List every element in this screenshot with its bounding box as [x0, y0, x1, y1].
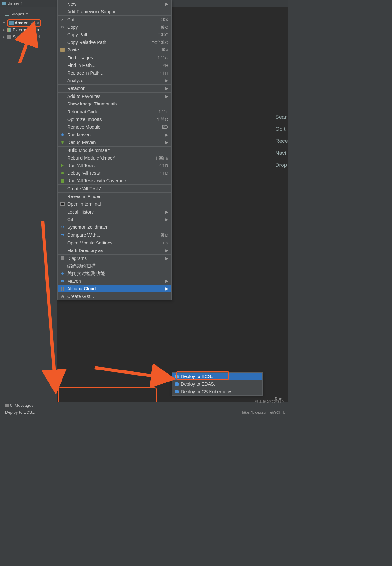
- block-icon: [60, 271, 65, 276]
- menu-item-compare-with[interactable]: Compare With...⌘D: [58, 231, 171, 239]
- menu-item-label: Maven: [67, 279, 163, 284]
- menu-item-new[interactable]: New▶: [58, 0, 171, 8]
- menu-item-refactor[interactable]: Refactor▶: [58, 85, 171, 92]
- bottom-toolbar[interactable]: 0: Messages Run: [0, 402, 288, 409]
- menu-item-label: Local History: [67, 209, 163, 214]
- menu-item-cut[interactable]: Cut⌘X: [58, 16, 171, 23]
- menu-item-run-all-tests[interactable]: Run 'All Tests'^⇧R: [58, 162, 171, 169]
- menu-item-label: Analyze: [67, 78, 163, 83]
- menu-item-alibaba-cloud[interactable]: Alibaba Cloud▶: [58, 285, 171, 292]
- menu-item-analyze[interactable]: Analyze▶: [58, 77, 171, 84]
- context-menu[interactable]: New▶Add Framework Support...Cut⌘XCopy⌘CC…: [57, 0, 172, 300]
- submenu-arrow-icon: ▶: [165, 256, 168, 261]
- menu-item-debug-maven[interactable]: Debug Maven▶: [58, 139, 171, 146]
- menu-item-label: Cut: [67, 17, 161, 22]
- highlighted-project: dmaer ~/wor: [7, 19, 41, 27]
- menu-item-find-in-path[interactable]: Find in Path...^H: [58, 62, 171, 69]
- menu-item-build-module-dmaer[interactable]: Build Module 'dmaer': [58, 147, 171, 154]
- submenu-arrow-icon: ▶: [165, 140, 168, 145]
- menu-item-mark-directory-as[interactable]: Mark Directory as▶: [58, 247, 171, 254]
- menu-item-replace-in-path[interactable]: Replace in Path...^⇧H: [58, 69, 171, 77]
- menu-item-copy-relative-path[interactable]: Copy Relative Path⌥⇧⌘C: [58, 39, 171, 46]
- menu-item-label: Replace in Path...: [67, 70, 159, 75]
- menu-item-label: Run 'All Tests' with Coverage: [67, 178, 168, 183]
- tree-root-name: dmaer: [15, 21, 28, 25]
- menu-item-copy[interactable]: Copy⌘C: [58, 23, 171, 31]
- menu-item-reveal-in-finder[interactable]: Reveal in Finder: [58, 193, 171, 200]
- menu-item-label: Add to Favorites: [67, 94, 163, 99]
- menu-shortcut: ⇧⌘G: [157, 55, 168, 60]
- submenu-item-deploy-to-edas[interactable]: Deploy to EDAS...: [172, 380, 262, 388]
- menu-item-create-gist[interactable]: Create Gist...: [58, 292, 171, 300]
- submenu-item-label: Deploy to CS Kubernetes...: [181, 389, 259, 394]
- menu-item-run-maven[interactable]: Run Maven▶: [58, 131, 171, 139]
- tree-root-path: ~/wor: [29, 21, 39, 25]
- submenu-arrow-icon: ▶: [165, 86, 168, 91]
- menu-item-[interactable]: 编码规约扫描: [58, 262, 171, 270]
- menu-item-label: Optimize Imports: [67, 117, 157, 122]
- menu-item-maven[interactable]: Maven▶: [58, 277, 171, 285]
- menu-item-open-module-settings[interactable]: Open Module SettingsF3: [58, 239, 171, 247]
- tree-scratches: Scratches and: [13, 34, 40, 39]
- menu-item-open-in-terminal[interactable]: Open in terminal: [58, 200, 171, 208]
- github-icon: [60, 294, 65, 299]
- menu-item-label: Paste: [67, 47, 161, 52]
- menu-item-create-all-tests[interactable]: Create 'All Tests'...: [58, 185, 171, 192]
- menu-item-optimize-imports[interactable]: Optimize Imports⇧⌘O: [58, 116, 171, 123]
- menu-item-synchronize-dmaer[interactable]: Synchronize 'dmaer': [58, 223, 171, 231]
- submenu-item-deploy-to-cs-kubernetes[interactable]: Deploy to CS Kubernetes...: [172, 388, 262, 395]
- menu-item-[interactable]: 关闭实时检测功能: [58, 270, 171, 277]
- menu-item-add-framework-support[interactable]: Add Framework Support...: [58, 8, 171, 15]
- copy-icon: [60, 25, 65, 30]
- menu-item-label: Copy Path: [67, 32, 157, 37]
- project-icon: [2, 2, 6, 5]
- menu-item-add-to-favorites[interactable]: Add to Favorites▶: [58, 93, 171, 100]
- breadcrumb-project[interactable]: dmaer: [8, 1, 19, 6]
- cloud-icon: [175, 375, 179, 378]
- menu-item-copy-path[interactable]: Copy Path⇧⌘C: [58, 31, 171, 39]
- expand-icon[interactable]: ▶: [3, 35, 6, 39]
- menu-shortcut: ⇧⌘O: [157, 117, 168, 122]
- menu-item-paste[interactable]: Paste⌘V: [58, 46, 171, 54]
- scissors-icon: [60, 17, 65, 22]
- menu-item-debug-all-tests[interactable]: Debug 'All Tests'^⇧D: [58, 169, 171, 177]
- menu-item-label: Remove Module: [67, 124, 162, 129]
- submenu-arrow-icon: ▶: [165, 248, 168, 253]
- brackets-icon: [60, 286, 65, 291]
- submenu-arrow-icon: ▶: [165, 2, 168, 6]
- menu-item-label: Add Framework Support...: [67, 9, 168, 14]
- watermark-url: https://blog.csdn.net/YClimb: [242, 411, 285, 414]
- menu-item-run-all-tests-with-coverage[interactable]: Run 'All Tests' with Coverage: [58, 177, 171, 184]
- submenu-arrow-icon: ▶: [165, 279, 168, 283]
- gear-icon: [60, 132, 65, 137]
- menu-item-diagrams[interactable]: Diagrams▶: [58, 255, 171, 262]
- messages-tool[interactable]: 0: Messages: [5, 403, 33, 408]
- expand-icon[interactable]: ▶: [3, 28, 6, 32]
- green-sq-icon: [60, 186, 65, 191]
- menu-item-reformat-code[interactable]: Reformat Code⇧⌘F: [58, 108, 171, 116]
- scratch-icon: [7, 35, 11, 39]
- menu-item-show-image-thumbnails[interactable]: Show Image Thumbnails: [58, 100, 171, 108]
- expand-icon[interactable]: ▼: [3, 21, 6, 25]
- menu-item-label: Run 'All Tests': [67, 163, 159, 168]
- dropdown-icon[interactable]: ▼: [25, 12, 28, 16]
- diff-icon: [60, 232, 65, 238]
- tree-ext-lib: External Libra: [13, 27, 39, 32]
- submenu-item-label: Deploy to EDAS...: [181, 382, 259, 387]
- submenu-item-deploy-to-ecs[interactable]: Deploy to ECS...: [172, 373, 262, 380]
- menu-item-local-history[interactable]: Local History▶: [58, 208, 171, 216]
- paste-icon: [60, 47, 65, 52]
- menu-shortcut: ⇧⌘F: [157, 109, 168, 114]
- play-icon: [60, 163, 65, 168]
- menu-shortcut: ^⇧H: [159, 70, 168, 75]
- alibaba-cloud-submenu[interactable]: Deploy to ECS...Deploy to EDAS...Deploy …: [172, 372, 263, 396]
- menu-item-label: Copy Relative Path: [67, 40, 152, 45]
- menu-item-find-usages[interactable]: Find Usages⇧⌘G: [58, 54, 171, 62]
- diag-icon: [60, 256, 65, 261]
- menu-item-rebuild-module-dmaer[interactable]: Rebuild Module 'dmaer'⇧⌘F9: [58, 154, 171, 162]
- submenu-arrow-icon: ▶: [165, 286, 168, 291]
- menu-item-label: Debug 'All Tests': [67, 171, 159, 176]
- menu-item-git[interactable]: Git▶: [58, 216, 171, 223]
- menu-item-remove-module[interactable]: Remove Module⌦: [58, 123, 171, 131]
- menu-item-label: Create 'All Tests'...: [67, 186, 168, 191]
